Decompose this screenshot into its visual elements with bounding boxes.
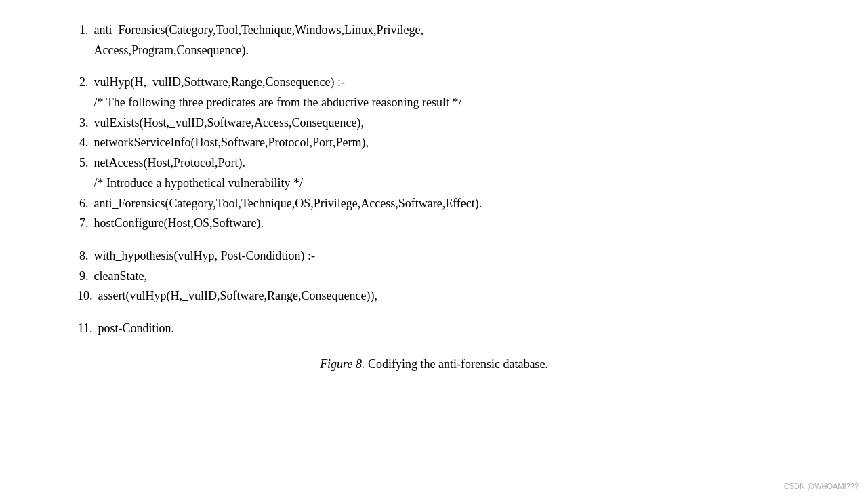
watermark: CSDN @WHOAMI??? (784, 482, 859, 490)
code-continuation-1: Access,Program,Consequence). (68, 41, 800, 61)
code-line-11: 11. post-Condition. (68, 319, 800, 339)
caption-text: Codifying the anti-forensic database. (365, 357, 547, 371)
line-number-10: 10. (68, 286, 93, 306)
line-content-3: vulExists(Host,_vulID,Software,Access,Co… (94, 113, 800, 134)
code-line-5: 5. netAccess(Host,Protocol,Port). (68, 153, 800, 174)
line-number-5: 5. (68, 153, 89, 174)
blank-line-2 (68, 234, 800, 246)
line-content-6: anti_Forensics(Category,Tool,Technique,O… (94, 194, 800, 214)
code-block: 1. anti_Forensics(Category,Tool,Techniqu… (68, 20, 800, 339)
line-number-11: 11. (68, 319, 93, 339)
line-content-10: assert(vulHyp(H,_vulID,Software,Range,Co… (98, 286, 800, 306)
caption-label: Figure 8. (320, 357, 365, 371)
code-line-8: 8. with_hypothesis(vulHyp, Post-Condidti… (68, 246, 800, 266)
line-content-7: hostConfigure(Host,OS,Software). (94, 214, 800, 234)
line-content-5: netAccess(Host,Protocol,Port). (94, 153, 800, 174)
blank-line-1 (68, 60, 800, 73)
code-line-1: 1. anti_Forensics(Category,Tool,Techniqu… (68, 20, 800, 41)
line-number-4: 4. (68, 133, 89, 153)
line-number-9: 9. (68, 266, 89, 287)
line-number-3: 3. (68, 113, 89, 134)
line-content-2: vulHyp(H,_vulID,Software,Range,Consequen… (94, 73, 800, 93)
code-line-4: 4. networkServiceInfo(Host,Software,Prot… (68, 133, 800, 153)
line-content-11: post-Condition. (98, 319, 800, 339)
line-content-4: networkServiceInfo(Host,Software,Protoco… (94, 133, 800, 153)
continuation-content-1: Access,Program,Consequence). (94, 41, 800, 61)
code-line-6: 6. anti_Forensics(Category,Tool,Techniqu… (68, 194, 800, 214)
main-content: 1. anti_Forensics(Category,Tool,Techniqu… (28, 0, 841, 387)
line-number-2: 2. (68, 73, 89, 93)
code-line-9: 9. cleanState, (68, 266, 800, 287)
comment-line-1: /* The following three predicates are fr… (68, 93, 800, 113)
figure-caption: Figure 8. Codifying the anti-forensic da… (68, 355, 800, 374)
code-line-10: 10. assert(vulHyp(H,_vulID,Software,Rang… (68, 286, 800, 306)
code-line-3: 3. vulExists(Host,_vulID,Software,Access… (68, 113, 800, 134)
line-number-7: 7. (68, 214, 89, 234)
line-number-6: 6. (68, 194, 89, 214)
code-line-7: 7. hostConfigure(Host,OS,Software). (68, 214, 800, 234)
line-content-8: with_hypothesis(vulHyp, Post-Condidtion)… (94, 246, 800, 266)
blank-line-3 (68, 306, 800, 319)
line-content-1: anti_Forensics(Category,Tool,Technique,W… (94, 20, 800, 41)
line-number-8: 8. (68, 246, 89, 266)
code-line-2: 2. vulHyp(H,_vulID,Software,Range,Conseq… (68, 73, 800, 93)
line-number-1: 1. (68, 20, 89, 41)
comment-line-2: /* Introduce a hypothetical vulnerabilit… (68, 174, 800, 194)
line-content-9: cleanState, (94, 266, 800, 287)
